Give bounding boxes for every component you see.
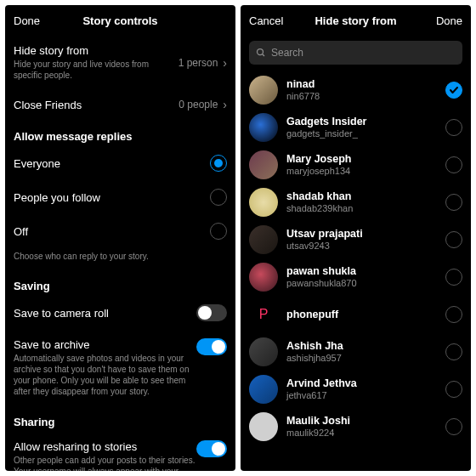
- user-row[interactable]: Mary Josephmaryjoseph134: [249, 146, 462, 184]
- reply-option[interactable]: Everyone: [14, 146, 227, 180]
- user-info: shadab khanshadab239khan: [286, 190, 437, 214]
- allow-resharing-row[interactable]: Allow resharing to stories Other people …: [14, 432, 227, 471]
- page-title: Story controls: [82, 14, 157, 27]
- save-camera-roll-toggle[interactable]: [196, 304, 227, 321]
- avatar: [249, 337, 278, 366]
- checkbox-circle-icon[interactable]: [445, 418, 462, 435]
- radio-icon[interactable]: [210, 155, 227, 172]
- chevron-right-icon: ›: [223, 56, 227, 70]
- user-row[interactable]: Arvind Jethvajethva617: [249, 371, 462, 408]
- save-camera-roll-row[interactable]: Save to camera roll: [14, 296, 227, 330]
- svg-line-1: [263, 54, 265, 57]
- save-archive-label: Save to archive: [14, 338, 196, 351]
- allow-resharing-label: Allow resharing to stories: [14, 440, 196, 453]
- user-handle: maryjoseph134: [286, 166, 437, 177]
- done-button[interactable]: Done: [420, 14, 462, 27]
- user-row[interactable]: phonepuff: [249, 296, 462, 333]
- user-handle: gadgets_insider_: [286, 128, 437, 139]
- checkbox-circle-icon[interactable]: [445, 231, 462, 248]
- avatar: [249, 300, 278, 329]
- replies-section-title: Allow message replies: [14, 120, 227, 146]
- avatar: [249, 150, 278, 179]
- avatar: [249, 113, 278, 142]
- checkmark-selected-icon[interactable]: [445, 82, 462, 99]
- allow-resharing-toggle[interactable]: [196, 440, 227, 457]
- user-name: Ashish Jha: [286, 340, 437, 353]
- user-row[interactable]: ninadnin6778: [249, 71, 462, 109]
- user-row[interactable]: shadab khanshadab239khan: [249, 184, 462, 221]
- user-info: Ashish Jhaashishjha957: [286, 340, 437, 364]
- avatar: [249, 188, 278, 217]
- user-row[interactable]: Ashish Jhaashishjha957: [249, 333, 462, 371]
- user-handle: ashishjha957: [286, 353, 437, 364]
- reply-option-label: Everyone: [14, 157, 210, 170]
- user-name: phonepuff: [286, 309, 437, 321]
- hide-story-row[interactable]: Hide story from Hide your story and live…: [14, 36, 227, 89]
- reply-option[interactable]: Off: [14, 214, 227, 248]
- cancel-button[interactable]: Cancel: [249, 14, 292, 27]
- replies-hint: Choose who can reply to your story.: [14, 248, 227, 269]
- user-handle: pawanshukla870: [286, 278, 437, 289]
- user-info: Gadgets Insidergadgets_insider_: [286, 116, 437, 139]
- header: Done Story controls: [5, 5, 235, 36]
- search-input[interactable]: Search: [249, 41, 462, 65]
- user-name: ninad: [286, 78, 437, 91]
- checkbox-circle-icon[interactable]: [445, 156, 462, 173]
- story-controls-screen: Done Story controls Hide story from Hide…: [5, 5, 235, 471]
- search-icon: [256, 48, 266, 58]
- reply-option[interactable]: People you follow: [14, 180, 227, 214]
- user-info: pawan shuklapawanshukla870: [286, 265, 437, 289]
- close-friends-value: 0 people: [178, 99, 218, 110]
- user-row[interactable]: Maulik Joshimaulik9224: [249, 408, 462, 445]
- hide-story-value: 1 person: [178, 57, 218, 69]
- hide-story-label: Hide story from: [14, 44, 178, 57]
- checkbox-circle-icon[interactable]: [445, 381, 462, 398]
- user-info: Maulik Joshimaulik9224: [286, 415, 437, 439]
- user-handle: jethva617: [286, 390, 437, 401]
- checkbox-circle-icon[interactable]: [445, 194, 462, 211]
- checkbox-circle-icon[interactable]: [445, 306, 462, 323]
- close-friends-row[interactable]: Close Friends 0 people ›: [14, 89, 227, 120]
- user-name: Mary Joseph: [286, 153, 437, 166]
- user-name: Arvind Jethva: [286, 377, 437, 390]
- reply-option-label: Off: [14, 225, 210, 238]
- user-name: pawan shukla: [286, 265, 437, 278]
- hide-story-sub: Hide your story and live videos from spe…: [14, 59, 178, 81]
- avatar: [249, 263, 278, 292]
- checkbox-circle-icon[interactable]: [445, 119, 462, 136]
- user-handle: maulik9224: [286, 428, 437, 439]
- user-handle: utsav9243: [286, 241, 437, 252]
- checkbox-circle-icon[interactable]: [445, 269, 462, 286]
- user-info: Mary Josephmaryjoseph134: [286, 153, 437, 177]
- page-title: Hide story from: [314, 14, 396, 27]
- user-name: Maulik Joshi: [286, 415, 437, 428]
- user-name: shadab khan: [286, 190, 437, 203]
- user-info: phonepuff: [286, 309, 437, 321]
- sharing-section-title: Sharing: [14, 405, 227, 432]
- svg-point-0: [258, 49, 264, 55]
- user-row[interactable]: pawan shuklapawanshukla870: [249, 258, 462, 296]
- checkbox-circle-icon[interactable]: [445, 343, 462, 360]
- header: Cancel Hide story from Done: [241, 5, 471, 36]
- avatar: [249, 76, 278, 105]
- chevron-right-icon: ›: [223, 98, 227, 111]
- user-row[interactable]: Gadgets Insidergadgets_insider_: [249, 109, 462, 146]
- search-placeholder: Search: [271, 47, 303, 59]
- radio-icon[interactable]: [210, 223, 227, 240]
- avatar: [249, 412, 278, 441]
- user-info: ninadnin6778: [286, 78, 437, 102]
- avatar: [249, 225, 278, 254]
- user-name: Utsav prajapati: [286, 228, 437, 241]
- user-handle: shadab239khan: [286, 203, 437, 214]
- user-name: Gadgets Insider: [286, 116, 437, 128]
- allow-resharing-sub: Other people can add your posts to their…: [14, 455, 196, 471]
- save-archive-toggle[interactable]: [196, 338, 227, 355]
- save-archive-sub: Automatically save photos and videos in …: [14, 353, 196, 397]
- done-button[interactable]: Done: [14, 14, 56, 27]
- save-camera-roll-label: Save to camera roll: [14, 307, 196, 320]
- radio-icon[interactable]: [210, 189, 227, 206]
- avatar: [249, 375, 278, 404]
- user-row[interactable]: Utsav prajapatiutsav9243: [249, 221, 462, 258]
- user-handle: nin6778: [286, 91, 437, 102]
- save-archive-row[interactable]: Save to archive Automatically save photo…: [14, 330, 227, 405]
